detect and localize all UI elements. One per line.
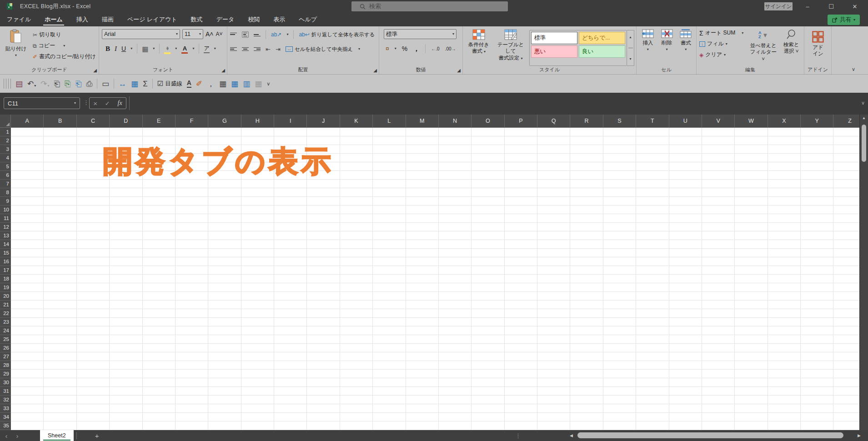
underline-chevron[interactable]: ▾ — [130, 47, 132, 50]
row-header-1[interactable]: 1 — [0, 128, 11, 136]
format-painter-button[interactable]: ✐ 書式のコピー/貼り付け — [33, 53, 96, 60]
number-dialog-launcher[interactable]: ◢ — [457, 68, 461, 73]
row-header-8[interactable]: 8 — [0, 188, 11, 197]
column-header-Q[interactable]: Q — [537, 115, 570, 127]
column-header-P[interactable]: P — [505, 115, 537, 127]
row-header-10[interactable]: 10 — [0, 205, 11, 214]
row-header-17[interactable]: 17 — [0, 266, 11, 275]
row-header-35[interactable]: 35 — [0, 421, 11, 430]
gallery-up-icon[interactable]: ▴ — [629, 35, 631, 39]
percent-style-button[interactable]: % — [402, 45, 407, 52]
name-box[interactable]: C11 ▾ — [4, 97, 80, 109]
row-header-15[interactable]: 15 — [0, 249, 11, 257]
column-header-F[interactable]: F — [176, 115, 208, 127]
decrease-indent-button[interactable]: ⇤ — [266, 46, 271, 52]
quick-print-button[interactable]: ⎗ — [75, 80, 82, 88]
gridlines-toggle[interactable]: ☑目盛線 — [157, 80, 182, 88]
confirm-entry-button[interactable]: ✓ — [105, 100, 110, 107]
expand-formula-bar-button[interactable]: ∨ — [861, 100, 865, 106]
cell-style-どちらで...[interactable]: どちらで... — [579, 32, 625, 44]
gallery-scroll[interactable]: ▴ ▾ — [627, 30, 634, 66]
horizontal-scroll-thumb[interactable] — [577, 432, 843, 438]
autosum-button[interactable]: Σ オート SUM ▾ — [699, 29, 746, 37]
column-header-L[interactable]: L — [373, 115, 406, 127]
row-header-2[interactable]: 2 — [0, 136, 11, 145]
share-button[interactable]: 共有 ▾ — [828, 15, 860, 25]
phonetic-button[interactable]: ア — [204, 45, 209, 53]
row-header-23[interactable]: 23 — [0, 318, 11, 326]
column-header-K[interactable]: K — [340, 115, 373, 127]
print-approved-button[interactable]: ⎘ — [65, 80, 71, 88]
scroll-up-icon[interactable]: ▲ — [860, 116, 868, 120]
formula-input[interactable] — [129, 96, 856, 110]
column-header-O[interactable]: O — [472, 115, 504, 127]
insert-cells-button[interactable]: 挿入 ▾ — [639, 29, 657, 66]
search-input[interactable]: 検索 — [351, 1, 508, 11]
addins-button[interactable]: アドイン — [807, 31, 829, 57]
format-painter-button[interactable]: ✐ — [196, 80, 202, 88]
cancel-entry-button[interactable]: × — [93, 100, 97, 107]
align-bottom-button[interactable] — [254, 33, 261, 37]
comma-style-button[interactable]: ， — [207, 80, 215, 88]
merge-center-button[interactable]: ↔ セルを結合して中央揃え ▾ — [286, 46, 360, 53]
cut-button[interactable]: ✂ 切り取り — [33, 31, 96, 39]
shrink-font-button[interactable]: A˅ — [216, 29, 223, 39]
align-top-button[interactable] — [230, 33, 237, 37]
row-header-32[interactable]: 32 — [0, 396, 11, 404]
clear-button[interactable]: ◈ クリア ▾ — [699, 51, 746, 59]
font-dialog-launcher[interactable]: ◢ — [221, 68, 225, 73]
column-header-H[interactable]: H — [241, 115, 274, 127]
grow-font-button[interactable]: A˄ — [206, 29, 214, 39]
menu-tab-データ[interactable]: データ — [210, 13, 241, 26]
print-button[interactable]: ⎙ — [86, 80, 92, 88]
new-sheet-button[interactable]: + — [95, 432, 99, 440]
row-header-26[interactable]: 26 — [0, 344, 11, 352]
page-setup-button[interactable]: ▭ — [102, 80, 109, 88]
fill-color-button[interactable]: ⬧ — [164, 44, 171, 54]
formula-grip[interactable]: ⋮ — [83, 99, 89, 106]
clipboard-dialog-launcher[interactable]: ◢ — [93, 68, 97, 73]
align-center-button[interactable] — [242, 47, 249, 51]
print-preview-button[interactable]: ⎗ — [54, 80, 60, 88]
sort-filter-button[interactable]: AZ ▼ 並べ替えとフィルター ˅ — [749, 29, 778, 62]
row-header-19[interactable]: 19 — [0, 283, 11, 292]
comma-style-button[interactable]: ， — [413, 45, 420, 53]
row-header-24[interactable]: 24 — [0, 326, 11, 335]
menu-tab-校閲[interactable]: 校閲 — [241, 13, 266, 26]
row-header-5[interactable]: 5 — [0, 162, 11, 171]
row-header-30[interactable]: 30 — [0, 378, 11, 387]
row-header-27[interactable]: 27 — [0, 352, 11, 361]
close-button[interactable]: ✕ — [844, 0, 865, 13]
conditional-formatting-button[interactable]: 条件付き書式 ▾ — [466, 29, 492, 66]
menu-tab-数式[interactable]: 数式 — [184, 13, 210, 26]
collapse-ribbon-button[interactable]: ∨ — [852, 66, 855, 72]
underline-button[interactable]: U — [121, 45, 126, 52]
cell-style-悪い[interactable]: 悪い — [531, 45, 577, 58]
menu-tab-ページ レイアウト[interactable]: ページ レイアウト — [120, 13, 184, 26]
qat-more-button[interactable]: ∨ — [266, 81, 270, 86]
row-header-29[interactable]: 29 — [0, 370, 11, 378]
underline-button[interactable]: A — [187, 80, 191, 87]
borders-button[interactable]: ▦ — [142, 45, 148, 52]
bold-button[interactable]: B — [105, 45, 110, 53]
scroll-right-icon[interactable]: ▶ — [858, 433, 861, 438]
menu-tab-描画[interactable]: 描画 — [95, 13, 120, 26]
table-find-button[interactable]: ▥ — [243, 80, 250, 88]
column-header-M[interactable]: M — [406, 115, 439, 127]
row-header-12[interactable]: 12 — [0, 223, 11, 231]
menu-tab-ヘルプ[interactable]: ヘルプ — [292, 13, 324, 26]
row-header-22[interactable]: 22 — [0, 309, 11, 318]
row-header-28[interactable]: 28 — [0, 361, 11, 370]
undo-button[interactable]: ↶▾ — [27, 80, 36, 88]
format-cells-button[interactable]: 書式 ▾ — [677, 29, 694, 66]
column-header-Z[interactable]: Z — [833, 115, 859, 127]
column-header-Y[interactable]: Y — [801, 115, 833, 127]
vertical-scroll-thumb[interactable] — [862, 125, 866, 162]
next-sheet-button[interactable]: › — [13, 432, 22, 440]
number-format-select[interactable]: 標準▾ — [384, 29, 457, 39]
table-button[interactable]: ▦ — [219, 80, 226, 88]
column-header-I[interactable]: I — [274, 115, 307, 127]
row-header-13[interactable]: 13 — [0, 231, 11, 240]
signin-button[interactable]: サインイン — [764, 2, 793, 10]
column-header-C[interactable]: C — [77, 115, 110, 127]
